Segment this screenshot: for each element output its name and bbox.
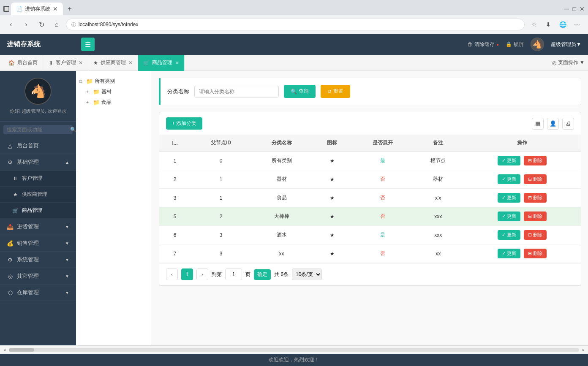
goods-tab-close[interactable]: ✕ (175, 60, 179, 66)
clear-cache-action[interactable]: 🗑 清除缓存 ● (468, 41, 499, 48)
update-button-5[interactable]: ✓ 更新 (498, 211, 520, 221)
forward-button[interactable]: › (20, 19, 32, 30)
grid-view-button[interactable]: ▦ (532, 118, 544, 130)
category-name-input[interactable] (194, 86, 279, 98)
table-row-highlight: 5 2 大棒棒 ★ 否 xxx ✓ 更新 ⊟ 删除 (159, 207, 581, 226)
tab-home[interactable]: 🏠 后台首页 (3, 55, 43, 71)
supplier-tab-close[interactable]: ✕ (128, 60, 133, 66)
sidebar-toggle-button[interactable]: ☰ (81, 38, 95, 51)
sidebar-item-purchase[interactable]: 📥 进货管理 ▼ (0, 219, 76, 235)
page-confirm-button[interactable]: 确定 (254, 269, 271, 280)
browser-tab-active[interactable]: 📄 进销存系统 ✕ (11, 3, 63, 15)
page-ops-button[interactable]: ◎ 页面操作 ▼ (552, 59, 585, 66)
page-prev-button[interactable]: ‹ (166, 268, 178, 280)
sidebar-item-supplier[interactable]: ★ 供应商管理 (0, 187, 76, 203)
cell-parent-id: 2 (191, 207, 251, 226)
avatar-horse-svg: 🐴 (531, 38, 544, 51)
scroll-left-arrow[interactable]: ◂ (3, 347, 5, 352)
customer-tab-close[interactable]: ✕ (79, 60, 83, 66)
app-header-right: 🗑 清除缓存 ● 🔒 锁屏 🐴 超级管理员▼ (468, 38, 581, 51)
maximize-button[interactable]: □ (573, 5, 576, 12)
tree-toggle-food: + (86, 100, 91, 105)
per-page-select[interactable]: 10条/页 20条/页 50条/页 (292, 268, 322, 280)
delete-button-7[interactable]: ⊟ 删除 (524, 249, 547, 258)
sidebar-horse-svg: 🐴 (25, 79, 51, 104)
more-icon[interactable]: ⋯ (571, 19, 583, 30)
lock-screen-action[interactable]: 🔒 锁屏 (506, 41, 524, 48)
tree-item-food[interactable]: + 📁 食品 (79, 97, 148, 108)
goods-tab-label: 商品管理 (152, 59, 172, 66)
delete-button-5[interactable]: ⊟ 删除 (524, 211, 547, 221)
system-menu-icon: ⚙ (7, 257, 14, 263)
sidebar-user-greeting: 你好! 超级管理员, 欢迎登录 (10, 108, 66, 114)
sidebar-item-warehouse[interactable]: ⬡ 仓库管理 ▼ (0, 285, 76, 301)
close-button[interactable]: ✕ (580, 5, 585, 12)
tree-item-all[interactable]: □ 📁 所有类别 (79, 76, 148, 87)
tree-label-all: 所有类别 (95, 78, 115, 85)
scroll-track[interactable] (9, 348, 579, 352)
sidebar-item-sales[interactable]: 💰 销售管理 ▼ (0, 235, 76, 252)
reload-button[interactable]: ↻ (35, 19, 47, 30)
cell-ops: ✓ 更新 ⊟ 删除 (463, 189, 581, 207)
sidebar-basic-label: 基础管理 (17, 158, 39, 166)
profile-icon[interactable]: 🌐 (557, 19, 569, 30)
cell-expanded: 否 (352, 170, 413, 189)
update-button-3[interactable]: ✓ 更新 (498, 193, 520, 203)
col-ops: 操作 (463, 135, 581, 151)
new-tab-button[interactable]: + (65, 4, 75, 14)
sidebar-search-input[interactable] (7, 127, 70, 133)
window-icon: ⬜ (3, 6, 9, 12)
minimize-button[interactable]: ─ (564, 5, 569, 13)
tab-close-icon[interactable]: ✕ (53, 5, 58, 12)
page-1-button[interactable]: 1 (181, 268, 193, 280)
sidebar-item-home[interactable]: △ 后台首页 (0, 138, 76, 154)
address-bar[interactable]: ⓘ localhost:8080/sys/toIndex (66, 19, 525, 30)
page-goto-input[interactable] (225, 268, 242, 280)
scroll-right-arrow[interactable]: ▸ (583, 347, 585, 352)
scroll-thumb[interactable] (9, 348, 34, 352)
tree-toggle-equipment: + (86, 89, 91, 94)
delete-button-6[interactable]: ⊟ 删除 (524, 230, 547, 240)
print-button[interactable]: 🖨 (562, 118, 574, 130)
cell-expanded: 是 (352, 151, 413, 170)
tab-goods[interactable]: 🛒 商品管理 ✕ (138, 55, 185, 71)
delete-button-3[interactable]: ⊟ 删除 (524, 193, 547, 203)
table-toolbar: + 添加分类 ▦ 👤 🖨 (159, 112, 581, 135)
user-export-button[interactable]: 👤 (547, 118, 559, 130)
tree-item-equipment[interactable]: + 📁 器材 (79, 87, 148, 97)
back-button[interactable]: ‹ (5, 19, 17, 30)
cell-icon: ★ (312, 170, 352, 189)
cell-note: xx (413, 244, 463, 263)
tab-supplier[interactable]: ★ 供应商管理 ✕ (88, 55, 138, 71)
delete-button-2[interactable]: ⊟ 删除 (524, 174, 547, 184)
admin-name[interactable]: 超级管理员▼ (551, 41, 581, 48)
update-button-2[interactable]: ✓ 更新 (498, 174, 520, 184)
sidebar-item-system[interactable]: ⚙ 系统管理 ▼ (0, 252, 76, 268)
cell-parent-id: 3 (191, 244, 251, 263)
update-button-7[interactable]: ✓ 更新 (498, 249, 520, 258)
table-row: 6 3 酒水 ★ 是 xxx ✓ 更新 ⊟ 删除 (159, 226, 581, 244)
sidebar-item-basic[interactable]: ⚙ 基础管理 ▲ (0, 154, 76, 171)
sidebar-item-customer[interactable]: ⏸ 客户管理 (0, 171, 76, 187)
col-parent-id: 父节点ID (191, 135, 251, 151)
update-button-1[interactable]: ✓ 更新 (498, 156, 520, 165)
sidebar-item-goods[interactable]: 🛒 商品管理 (0, 203, 76, 219)
page-next-button[interactable]: › (196, 268, 208, 280)
customer-tab-icon: ⏸ (48, 60, 53, 66)
sidebar-item-other[interactable]: ◎ 其它管理 ▼ (0, 268, 76, 285)
sidebar-search[interactable]: 🔍 (3, 125, 73, 134)
home-tab-icon: 🏠 (8, 60, 15, 66)
tab-customer[interactable]: ⏸ 客户管理 ✕ (43, 55, 88, 71)
add-category-button[interactable]: + 添加分类 (166, 117, 202, 130)
download-icon[interactable]: ⬇ (542, 19, 554, 30)
reset-button[interactable]: ↺ 重置 (321, 85, 350, 98)
home-button[interactable]: ⌂ (51, 19, 63, 30)
update-button-6[interactable]: ✓ 更新 (498, 230, 520, 240)
sidebar-customer-label: 客户管理 (22, 175, 42, 182)
total-label: 共 6条 (274, 271, 289, 278)
delete-button-1[interactable]: ⊟ 删除 (524, 156, 547, 165)
bookmark-star-icon[interactable]: ☆ (528, 19, 540, 30)
search-button[interactable]: 🔍 查询 (284, 85, 316, 98)
cell-icon: ★ (312, 151, 352, 170)
main-layout: 🐴 你好! 超级管理员, 欢迎登录 🔍 △ 后台首页 ⚙ 基础管理 ▲ ⏸ (0, 71, 588, 345)
